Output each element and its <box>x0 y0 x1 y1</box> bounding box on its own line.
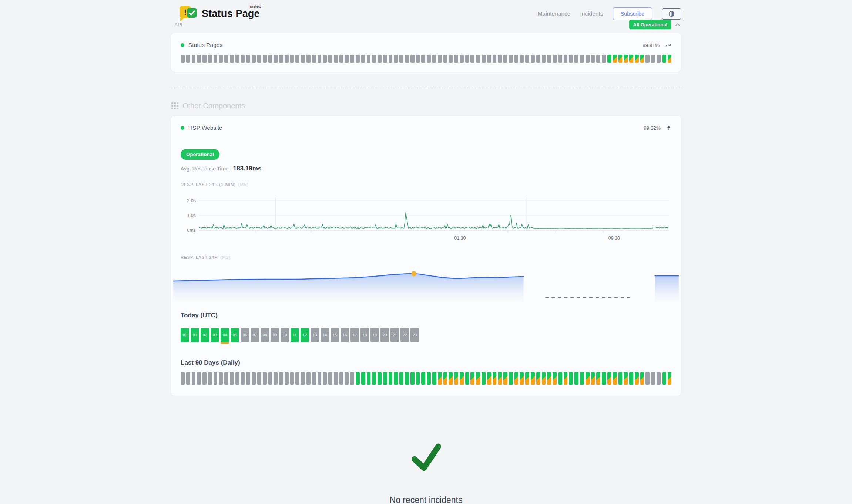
uptime-bar <box>662 55 666 63</box>
daily-bar <box>372 372 376 385</box>
status-dot <box>181 43 184 47</box>
daily-bar <box>252 372 256 385</box>
uptime-bar <box>416 55 420 63</box>
uptime-bar <box>520 55 524 63</box>
uptime-percent: 99.91% <box>643 43 660 48</box>
daily-bar <box>394 372 398 385</box>
uptime-bar <box>580 55 584 63</box>
component-info: Status Pages <box>181 42 222 48</box>
svg-text:2.0s: 2.0s <box>187 198 196 203</box>
uptime-bar <box>399 55 403 63</box>
uptime-bar <box>192 55 196 63</box>
chart2-title: RESP. LAST 24H <box>181 255 218 260</box>
uptime-bar <box>202 55 207 63</box>
logo-icon: ! <box>180 5 197 22</box>
uptime-bar <box>668 55 672 63</box>
overall-status: All Operational <box>629 20 681 29</box>
uptime-bar <box>246 55 250 63</box>
uptime-bar <box>279 55 283 63</box>
daily-bar <box>503 372 507 385</box>
refresh-button[interactable] <box>665 43 671 48</box>
uptime-bar <box>487 55 491 63</box>
uptime-bar <box>394 55 398 63</box>
uptime-bar <box>640 55 644 63</box>
hour-box-09: 09 <box>271 328 279 342</box>
daily-bar <box>246 372 250 385</box>
daily-bar <box>438 372 442 385</box>
uptime-bar <box>460 55 464 63</box>
uptime-bar <box>498 55 502 63</box>
hour-box-14: 14 <box>321 328 329 342</box>
uptime-bar <box>607 55 611 63</box>
daily-bar <box>498 372 502 385</box>
svg-text:01:30: 01:30 <box>454 236 466 241</box>
daily-bar <box>399 372 403 385</box>
daily-bar <box>476 372 480 385</box>
hour-box-19: 19 <box>370 328 379 342</box>
hour-box-15: 15 <box>331 328 339 342</box>
uptime-bar <box>285 55 289 63</box>
other-components-header: Other Components <box>171 102 681 110</box>
daily-bar <box>558 372 562 385</box>
uptime-bar <box>574 55 578 63</box>
hour-box-07: 07 <box>251 328 259 342</box>
uptime-bar <box>591 55 595 63</box>
uptime-bar <box>274 55 278 63</box>
daily-bar <box>640 372 644 385</box>
uptime-bar <box>295 55 299 63</box>
daily-bar <box>668 372 672 385</box>
hour-box-17: 17 <box>350 328 359 342</box>
daily-bar <box>306 372 311 385</box>
daily-bar <box>334 372 338 385</box>
uptime-bar <box>186 55 190 63</box>
uptime-bar <box>345 55 349 63</box>
uptime-bar <box>427 55 431 63</box>
uptime-bar <box>586 55 590 63</box>
uptime-bar <box>443 55 447 63</box>
chevron-up-icon[interactable] <box>675 23 681 27</box>
uptime-bar <box>635 55 639 63</box>
daily-bar <box>624 372 628 385</box>
logo-check-icon <box>187 8 197 18</box>
overall-status-badge[interactable]: All Operational <box>629 20 671 29</box>
daily-bar <box>596 372 600 385</box>
section-label-api: API <box>174 22 182 27</box>
uptime-bar <box>181 55 185 63</box>
uptime-bar <box>350 55 354 63</box>
uptime-bar <box>356 55 360 63</box>
logo[interactable]: ! Status Page hosted <box>180 5 260 22</box>
uptime-bar <box>318 55 322 63</box>
uptime-bar <box>596 55 600 63</box>
daily-bar <box>318 372 322 385</box>
daily-bar <box>208 372 212 385</box>
daily-bar <box>525 372 529 385</box>
daily-bar <box>493 372 497 385</box>
subscribe-button[interactable]: Subscribe <box>613 7 652 20</box>
uptime-bar <box>372 55 376 63</box>
daily-bar <box>257 372 261 385</box>
daily-bar <box>421 372 425 385</box>
daily-bar <box>443 372 447 385</box>
daily-bar <box>586 372 590 385</box>
daily-bar <box>356 372 360 385</box>
chart2-label: RESP. LAST 24H (MS) <box>181 255 671 260</box>
hour-box-21: 21 <box>390 328 399 342</box>
uptime-bar <box>383 55 387 63</box>
half-circle-icon <box>668 11 675 17</box>
hour-box-06: 06 <box>241 328 249 342</box>
nav-maintenance[interactable]: Maintenance <box>538 10 571 17</box>
daily-bar <box>618 372 623 385</box>
nav-incidents[interactable]: Incidents <box>580 10 603 17</box>
uptime-bar <box>230 55 234 63</box>
logo-title: Status Page <box>202 8 260 19</box>
uptime-bar <box>493 55 497 63</box>
component-metrics: 99.91% <box>643 43 671 48</box>
uptime-bar <box>334 55 338 63</box>
uptime-bar <box>367 55 371 63</box>
daily-bar <box>635 372 639 385</box>
uptime-bar <box>629 55 633 63</box>
daily-bar <box>295 372 299 385</box>
daily-bar <box>268 372 272 385</box>
top-nav: Maintenance Incidents Subscribe <box>538 7 681 20</box>
theme-toggle-button[interactable] <box>662 8 681 20</box>
